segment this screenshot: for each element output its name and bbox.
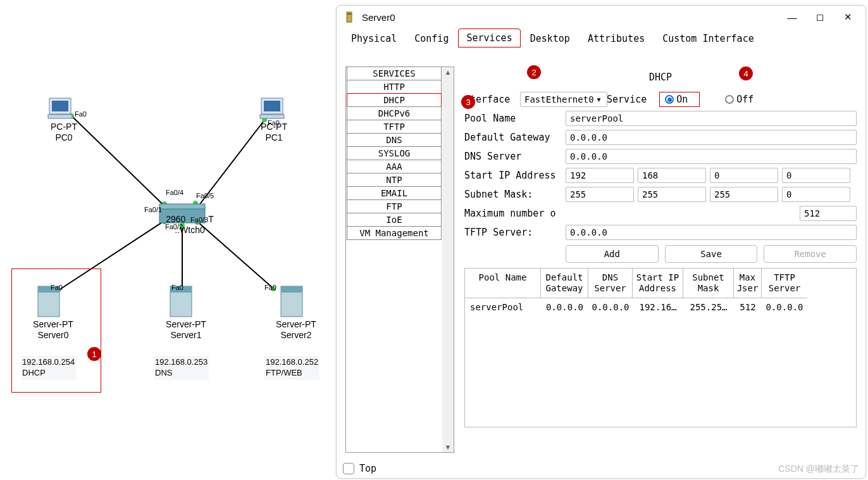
startip-2[interactable] (638, 168, 706, 183)
port-sw5: Fa0/5 (196, 192, 214, 199)
server-icon (344, 11, 357, 23)
gw-input[interactable] (566, 130, 857, 145)
on-label: On (676, 94, 688, 105)
svg-rect-30 (347, 13, 351, 15)
scrollbar[interactable]: ▲ ▼ (442, 67, 454, 452)
pool-table[interactable]: Pool Name Default Gateway DNS Server Sta… (464, 268, 857, 427)
switch-label[interactable]: 2960 Fa0/3T..Wtch0 (152, 214, 228, 236)
tab-services[interactable]: Services (458, 28, 520, 47)
svc-syslog[interactable]: SYSLOG (347, 146, 442, 160)
table-header: Pool Name Default Gateway DNS Server Sta… (465, 268, 856, 298)
startip-4[interactable] (782, 168, 850, 183)
subnet-3[interactable] (710, 187, 778, 202)
gw-label: Default Gateway (464, 132, 566, 143)
minimize-button[interactable]: — (778, 6, 806, 28)
svg-rect-22 (159, 204, 205, 209)
maximize-button[interactable]: ◻ (806, 6, 834, 28)
svc-http[interactable]: HTTP (347, 80, 442, 94)
tftp-input[interactable] (566, 225, 857, 240)
port-sw2: Fa0/2 (165, 223, 183, 231)
svc-dhcpv6[interactable]: DHCPv6 (347, 106, 442, 120)
tab-custom[interactable]: Custom Interface (654, 29, 762, 47)
svc-ftp[interactable]: FTP (347, 199, 442, 213)
svg-rect-28 (281, 286, 302, 293)
callout-2: 2 (527, 65, 541, 79)
pc1-icon (260, 98, 284, 118)
chevron-down-icon[interactable]: ▾ (596, 94, 602, 105)
tab-desktop[interactable]: Desktop (522, 29, 578, 47)
subnet-2[interactable] (638, 187, 706, 202)
svg-rect-19 (264, 101, 280, 111)
dns-input[interactable] (566, 149, 857, 164)
svc-aaa[interactable]: AAA (347, 160, 442, 174)
service-label: Service (607, 94, 647, 105)
server2-icon (281, 286, 302, 317)
scroll-up-icon[interactable]: ▲ (443, 67, 453, 77)
pc0-label[interactable]: PC-PTPC0 (42, 122, 86, 143)
top-label: Top (359, 463, 376, 474)
services-list: SERVICES HTTP DHCP DHCPv6 TFTP DNS SYSLO… (345, 66, 454, 453)
svc-tftp[interactable]: TFTP (347, 120, 442, 134)
svc-ioe[interactable]: IoE (347, 213, 442, 227)
off-label: Off (736, 94, 753, 105)
topology-canvas: PC-PTPC0 PC-PTPC1 2960 Fa0/3T..Wtch0 Ser… (0, 0, 335, 480)
dhcp-title: DHCP (464, 72, 857, 83)
pool-name-label: Pool Name (464, 113, 566, 124)
remove-button[interactable]: Remove (764, 245, 857, 263)
max-label: Maximum number o (464, 208, 566, 219)
server2-info: 192.168.0.252FTP/WEB (264, 356, 319, 380)
tab-attributes[interactable]: Attributes (580, 29, 653, 47)
svc-header: SERVICES (347, 66, 442, 80)
svc-ntp[interactable]: NTP (347, 173, 442, 187)
service-on-wrap: On (659, 92, 700, 107)
radio-off[interactable] (725, 95, 734, 104)
port-pc0: Fa0 (75, 110, 87, 118)
port-srv2: Fa0 (264, 284, 276, 291)
subnet-4[interactable] (782, 187, 850, 202)
svg-rect-17 (48, 115, 72, 118)
server2-label[interactable]: Server-PTServer2 (264, 319, 328, 341)
window-title: Server0 (362, 12, 395, 23)
svg-rect-20 (260, 115, 284, 118)
svc-email[interactable]: EMAIL (347, 186, 442, 200)
table-row[interactable]: serverPool 0.0.0.0 0.0.0.0 192.16… 255.2… (465, 298, 856, 316)
pool-name-input[interactable] (566, 111, 857, 126)
port-sw4: Fa0/4 (166, 189, 183, 196)
tab-config[interactable]: Config (406, 29, 457, 47)
svc-dns[interactable]: DNS (347, 133, 442, 147)
top-checkbox[interactable] (343, 463, 354, 474)
server1-label[interactable]: Server-PTServer1 (154, 319, 218, 341)
port-srv1: Fa0 (171, 284, 183, 291)
callout-4: 4 (739, 66, 753, 80)
port-pc1: Fa0 (268, 119, 280, 127)
pc0-icon (48, 98, 72, 118)
svc-vm[interactable]: VM Management (347, 226, 442, 240)
save-button[interactable]: Save (665, 245, 758, 263)
svc-dhcp[interactable]: DHCP (347, 93, 442, 107)
radio-on[interactable] (665, 95, 674, 104)
server0-window: Server0 — ◻ ✕ Physical Config Services D… (336, 5, 866, 479)
titlebar[interactable]: Server0 — ◻ ✕ (337, 6, 865, 28)
callout-1: 1 (87, 347, 101, 361)
startip-3[interactable] (710, 168, 778, 183)
close-button[interactable]: ✕ (834, 6, 862, 28)
bottom-bar: Top (343, 463, 376, 474)
port-sw1: Fa0/1 (144, 206, 162, 213)
server1-info: 192.168.0.253DNS (154, 356, 209, 380)
interface-select[interactable] (520, 92, 607, 107)
tabs: Physical Config Services Desktop Attribu… (337, 28, 865, 47)
callout-box-1 (11, 268, 101, 393)
max-input[interactable] (800, 206, 857, 221)
dns-label: DNS Server (464, 151, 566, 162)
tftp-label: TFTP Server: (464, 227, 566, 238)
watermark: CSDN @嘟嘟太菜了 (778, 464, 859, 475)
scroll-down-icon[interactable]: ▼ (443, 442, 453, 452)
add-button[interactable]: Add (566, 245, 659, 263)
startip-label: Start IP Address (464, 170, 566, 181)
tab-physical[interactable]: Physical (343, 29, 405, 47)
callout-3: 3 (461, 95, 475, 109)
subnet-1[interactable] (566, 187, 634, 202)
dhcp-panel: DHCP nterface ▾ Service On Off Pool Name… (464, 68, 857, 427)
startip-1[interactable] (566, 168, 634, 183)
svg-rect-16 (52, 101, 68, 111)
